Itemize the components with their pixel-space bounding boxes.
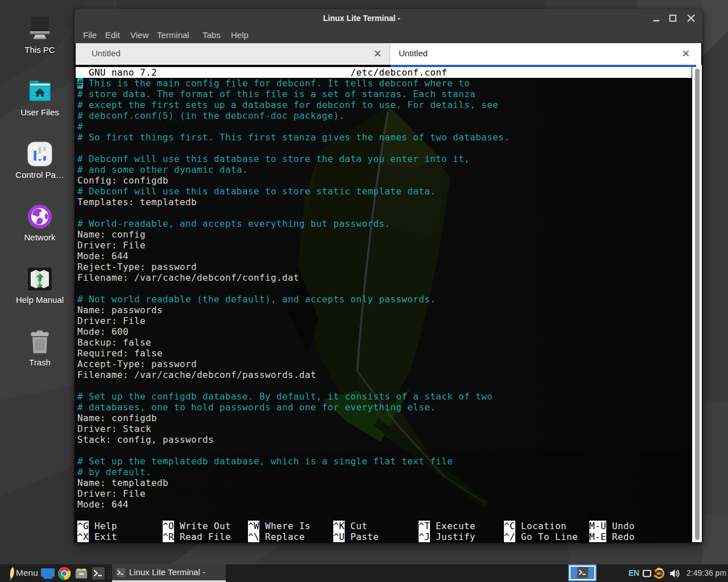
shortcut-label: Read File [174,531,231,542]
shortcut-key: ^/ [504,531,515,542]
nano-shortcut: ^T Execute [419,521,475,531]
nano-line [77,207,510,218]
shortcut-key: ^G [77,521,89,531]
nano-line: Filename: /var/cache/debconf/passwords.d… [77,369,510,380]
menu-help[interactable]: Help [231,27,249,43]
desktop-icon-user-files[interactable]: User Files [13,78,67,117]
shortcut-label: Where Is [259,521,311,531]
active-tab-underline [391,65,696,67]
menu-file[interactable]: File [83,27,97,43]
nano-shortcuts-row1: ^G Help^O Write Out^W Where Is^K Cut^T E… [77,521,692,531]
shortcut-label: Undo [606,521,635,531]
nano-line: # So first things first. This first stan… [77,132,510,143]
minimize-button[interactable] [649,9,664,27]
nano-line: Driver: File [77,488,510,499]
window-titlebar[interactable]: Linux Lite Terminal - [75,9,702,27]
scrollbar-thumb[interactable] [695,69,700,540]
desktop-icon-trash[interactable]: Trash [13,328,67,367]
taskbar-window-button[interactable]: Linux Lite Terminal - [112,564,226,582]
volume-tray-icon[interactable] [669,564,681,582]
menu-terminal[interactable]: Terminal [157,27,189,43]
tab-close-icon[interactable] [679,47,693,60]
menu-edit[interactable]: Edit [105,27,120,43]
tab-close-icon-glyph [374,50,381,57]
linux-lite-feather-icon [5,567,16,580]
nano-titlebar: GNU nano 7.2 /etc/debconf.conf [76,67,692,78]
nano-shortcut: M-U Undo [589,521,635,531]
nano-line [77,143,510,153]
desktop-icon-label: This PC [13,45,67,55]
terminal-screen[interactable]: GNU nano 7.2 /etc/debconf.conf # This is… [76,65,692,542]
desktop-icon-label: Trash [13,357,67,367]
desktop-icon-network[interactable]: Network [13,203,67,242]
help-map-icon [26,265,53,293]
taskbar: Menu [0,564,728,582]
nano-text: # This is the main config file for debco… [77,78,510,521]
terminal-launcher-icon[interactable] [90,564,106,582]
nano-shortcut: ^O Write Out [163,521,231,531]
nano-line: # This is the main config file for debco… [77,78,510,89]
nano-line: # by default. [77,467,510,477]
chrome-icon[interactable] [56,564,72,582]
clock[interactable]: 2:49:36 pm [686,564,726,582]
trash-icon [26,328,53,355]
menu-tabs[interactable]: Tabs [202,27,221,43]
close-button-glyph [687,14,696,23]
computer-icon [26,15,53,43]
shortcut-key: ^O [163,521,174,531]
nano-version: GNU nano 7.2 [77,67,350,78]
maximize-button[interactable] [665,9,680,27]
nano-shortcut: M-E Redo [589,531,635,542]
nano-line: # store data. The format of this file is… [77,89,510,99]
keyboard-layout-indicator[interactable]: EN [628,564,639,582]
nano-line: # except the first sets up a database fo… [77,99,510,110]
shortcut-key: M-U [589,521,606,531]
nano-line: Stack: config, passwords [77,434,510,445]
nano-line: Reject-Type: password [77,261,510,272]
desktop-icon-this-pc[interactable]: This PC [13,15,67,55]
tab-label: Untitled [92,43,121,64]
chrome-icon-glyph [57,567,71,580]
display-tray-icon-glyph [643,569,651,577]
desktop-icon-control-panel[interactable]: Control Pa… [13,140,67,180]
desktop-icon-help-manual[interactable]: Help Manual [13,265,67,305]
menu-view[interactable]: View [130,27,148,43]
tab-untitled-2[interactable]: Untitled [391,43,697,65]
volume-tray-icon-glyph [669,568,680,579]
nano-shortcut: ^X Exit [77,531,117,542]
nano-line [77,283,510,294]
tab-untitled-1[interactable]: Untitled [76,43,390,65]
nano-line: Name: configdb [77,413,510,423]
nano-line: # Debconf will use this database to stor… [77,186,510,197]
nano-shortcut: ^C Location [504,521,566,531]
desktop-icon-label: Help Manual [13,295,67,305]
settings-sliders-icon [26,140,53,168]
nano-line: Driver: Stack [77,423,510,434]
file-manager-icon[interactable] [73,564,89,582]
nano-line: # Set up the templatedb database, which … [77,456,510,467]
terminal-window: Linux Lite Terminal - FileEditViewTermin… [75,9,702,543]
tray-terminal-button-glyph [577,567,589,579]
nano-line: # and some other dynamic data. [77,164,510,175]
terminal-scrollbar[interactable] [692,65,702,542]
show-desktop-icon[interactable] [40,564,56,582]
display-tray-icon[interactable] [643,564,652,582]
desktop-icon-label: User Files [13,107,67,117]
nano-line: Mode: 600 [77,326,510,337]
nano-line: Required: false [77,348,510,359]
maximize-button-glyph [669,14,677,22]
updates-tray-icon[interactable] [653,564,667,582]
menu-button-label: Menu [16,564,38,582]
menu-bar: FileEditViewTerminalTabsHelp [75,27,702,43]
show-desktop-icon-glyph [40,567,55,580]
tray-terminal-button[interactable] [568,564,597,581]
shortcut-key: ^X [77,531,89,542]
nano-line: # World-readable, and accepts everything… [77,218,510,229]
window-title: Linux Lite Terminal - [75,9,649,27]
nano-shortcut: ^G Help [77,521,117,531]
close-button[interactable] [684,9,698,27]
nano-line: Driver: File [77,240,510,251]
tab-close-icon[interactable] [371,47,384,60]
panel-separator-glyph [107,568,112,579]
menu-button[interactable]: Menu [0,564,40,582]
